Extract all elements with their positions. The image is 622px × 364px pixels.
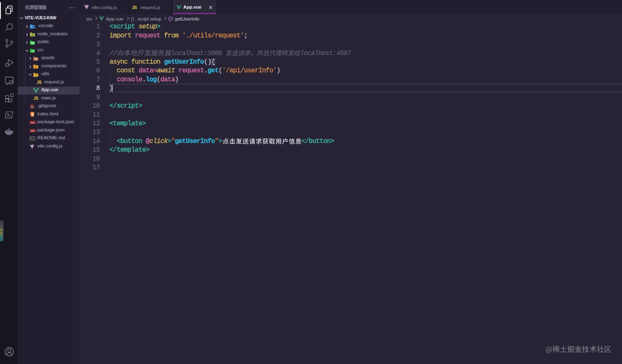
svg-text:npm: npm — [30, 130, 35, 132]
svg-text:5: 5 — [31, 113, 33, 117]
svg-text:npm: npm — [30, 122, 35, 124]
